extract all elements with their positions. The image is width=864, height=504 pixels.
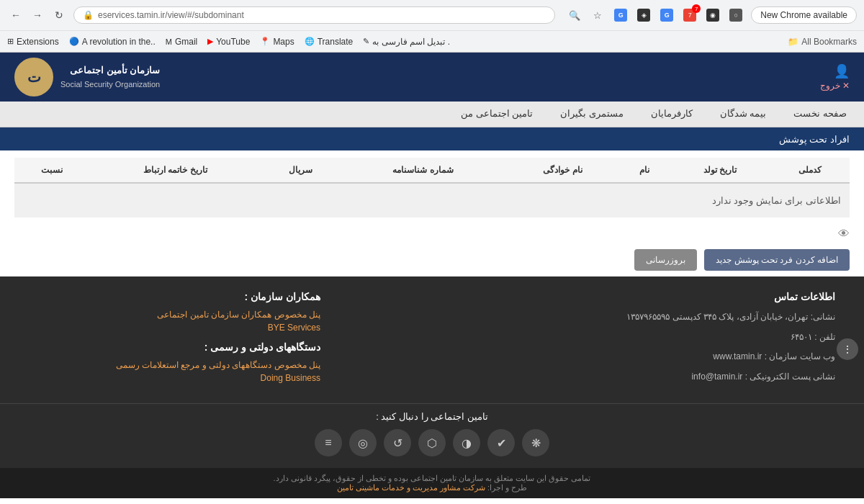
nav-buttons: ← → ↻ xyxy=(7,6,68,24)
social-icon-7[interactable]: ≡ xyxy=(315,429,342,456)
col-id-number: شماره شناسنامه xyxy=(341,158,505,183)
footer-website: وب سایت سازمان : www.tamin.ir xyxy=(349,349,835,365)
extension-icon-blue[interactable]: ◈ xyxy=(634,6,653,24)
bookmark-maps[interactable]: 📍 Maps xyxy=(260,37,294,47)
col-birth-date: تاریخ تولد xyxy=(669,158,771,183)
user-section: 👤 ✕ خروج xyxy=(820,63,850,91)
col-serial: سریال xyxy=(261,158,341,183)
reload-button[interactable]: ↻ xyxy=(50,6,68,24)
copyright-text: تمامی حقوق این سایت متعلق به سازمان تامی… xyxy=(274,474,591,482)
social-icon-4[interactable]: ⬡ xyxy=(418,429,446,456)
footer-partners: همکاران سازمان : پنل مخصوص همکاران سازما… xyxy=(29,291,320,389)
extension-icon-red[interactable]: 7 7 xyxy=(680,6,699,24)
site-header: 👤 ✕ خروج سازمان تأمین اجتماعی Social Sec… xyxy=(0,53,864,102)
back-button[interactable]: ← xyxy=(7,6,24,24)
extension-icon-g[interactable]: G xyxy=(657,6,676,24)
col-name: نام xyxy=(620,158,669,183)
bookmark-label: Translate xyxy=(318,37,354,47)
social-icon-1[interactable]: ❋ xyxy=(522,429,549,456)
nav-item-pensioners[interactable]: مستمری بگیران xyxy=(557,102,626,126)
browser-bookmarks: ⊞ Extensions 🔵 A revolution in the... M … xyxy=(0,30,864,52)
col-national-id: کدملی xyxy=(771,158,850,183)
govt-link-2[interactable]: Doing Business xyxy=(29,373,320,383)
bookmark-label: Maps xyxy=(273,37,294,47)
gmail-icon: M xyxy=(166,37,172,46)
nav-item-employers[interactable]: کارفرمایان xyxy=(648,102,696,126)
data-table: کدملی تاریخ تولد نام نام خوادگی شماره شن… xyxy=(14,158,850,217)
bookmark-label: Extensions xyxy=(17,37,59,47)
social-icon-2[interactable]: ✔ xyxy=(487,429,515,456)
extension-icon-circle[interactable]: ○ xyxy=(726,6,745,24)
refresh-button[interactable]: بروزرسانی xyxy=(634,249,697,271)
site-nav: صفحه نخست بیمه شدگان کارفرمایان مستمری ب… xyxy=(0,102,864,127)
social-icon-3[interactable]: ◑ xyxy=(453,429,480,456)
footer-address: نشانی: تهران، خیابان آزادی، پلاک ۳۴۵ کدپ… xyxy=(349,310,835,325)
bookmark-label: تبدیل اسم فارسی به ...‌ xyxy=(372,37,449,47)
extensions-icon: ⊞ xyxy=(7,37,14,46)
new-chrome-button[interactable]: New Chrome available xyxy=(751,6,857,24)
table-section: کدملی تاریخ تولد نام نام خوادگی شماره شن… xyxy=(0,150,864,225)
bookmark-extensions[interactable]: ⊞ Extensions xyxy=(7,37,59,47)
website: 👤 ✕ خروج سازمان تأمین اجتماعی Social Sec… xyxy=(0,53,864,498)
footer-phone: تلفن : ۶۴۵۰۱ xyxy=(349,330,835,346)
nav-item-home[interactable]: صفحه نخست xyxy=(791,102,850,126)
govt-link-1[interactable]: پنل مخصوص دستگاههای دولتی و مرجع استعلام… xyxy=(29,360,320,370)
org-name-fa: سازمان تأمین اجتماعی xyxy=(60,63,160,78)
nav-item-insured[interactable]: بیمه شدگان xyxy=(717,102,770,126)
no-data-message: اطلاعاتی برای نمایش وجود ندارد xyxy=(14,183,850,217)
maps-icon: 📍 xyxy=(260,37,270,46)
design-link[interactable]: شرکت مشاور مدیریت و خدمات ماشینی تامین xyxy=(337,483,485,492)
col-relation: نسبت xyxy=(14,158,90,183)
no-data-row: اطلاعاتی برای نمایش وجود ندارد xyxy=(14,183,850,217)
browser-chrome: ← → ↻ 🔒 eservices.tamin.ir/view/#/subdom… xyxy=(0,0,864,53)
bookmark-label: Gmail xyxy=(175,37,197,47)
action-row: اضافه کردن فرد تحت پوشش جدید بروزرسانی xyxy=(0,243,864,276)
partner-link-1[interactable]: پنل مخصوص همکاران سازمان تامین اجتماعی xyxy=(29,310,320,320)
social-icon-6[interactable]: ◎ xyxy=(349,429,377,456)
add-dependent-button[interactable]: اضافه کردن فرد تحت پوشش جدید xyxy=(704,249,850,271)
address-bar[interactable]: 🔒 eservices.tamin.ir/view/#/subdominant xyxy=(73,6,555,24)
bookmark-persian[interactable]: ✎ تبدیل اسم فارسی به ...‌ xyxy=(363,37,449,47)
forward-button[interactable]: → xyxy=(29,6,46,24)
floating-dots-menu[interactable]: ⋮ xyxy=(837,338,858,360)
sub-header-title: افراد تحت پوشش xyxy=(779,134,850,145)
visibility-icon[interactable]: 👁 xyxy=(838,228,850,240)
nav-item-mysocial[interactable]: تامین اجتماعی من xyxy=(458,102,536,126)
translate-icon: 🌐 xyxy=(305,37,315,46)
user-avatar-icon: 👤 xyxy=(834,63,850,79)
revolution-icon: 🔵 xyxy=(69,37,79,46)
all-bookmarks[interactable]: 📁 All Bookmarks xyxy=(788,37,857,47)
browser-icons: 🔍 ☆ G ◈ G 7 7 ◉ ○ xyxy=(565,6,745,24)
folder-icon: 📁 xyxy=(788,37,798,47)
govt-title: دستگاههای دولتی و رسمی : xyxy=(29,341,320,353)
partners-title: همکاران سازمان : xyxy=(29,291,320,302)
persian-icon: ✎ xyxy=(363,37,369,46)
partner-link-2[interactable]: BYE Services xyxy=(29,323,320,333)
url-text: eservices.tamin.ir/view/#/subdominant xyxy=(98,10,244,20)
lens-icon[interactable]: 🔍 xyxy=(565,6,584,24)
site-footer: اطلاعات تماس نشانی: تهران، خیابان آزادی،… xyxy=(0,276,864,403)
social-icon-5[interactable]: ↺ xyxy=(384,429,411,456)
translate-icon[interactable]: G xyxy=(611,6,630,24)
logout-button[interactable]: ✕ خروج xyxy=(820,81,850,91)
col-end-date: تاریخ خاتمه ارتباط xyxy=(90,158,261,183)
lock-icon: 🔒 xyxy=(83,10,94,20)
bookmark-label: YouTube xyxy=(216,37,250,47)
footer-social: تامین اجتماعی را دنبال کنید : ❋ ✔ ◑ ⬡ ↺ … xyxy=(0,403,864,468)
eye-row: 👁 xyxy=(0,225,864,243)
extension-icon-dark[interactable]: ◉ xyxy=(703,6,722,24)
bookmark-gmail[interactable]: M Gmail xyxy=(166,37,198,47)
design-label: طرح و اجرا: xyxy=(487,483,527,492)
browser-topbar: ← → ↻ 🔒 eservices.tamin.ir/view/#/subdom… xyxy=(0,0,864,30)
all-bookmarks-label: All Bookmarks xyxy=(801,37,857,47)
col-family-name: نام خوادگی xyxy=(505,158,620,183)
bookmark-translate[interactable]: 🌐 Translate xyxy=(305,37,354,47)
bookmark-label: A revolution in the... xyxy=(82,37,156,47)
logo-text: سازمان تأمین اجتماعی Social Security Org… xyxy=(60,63,160,91)
bookmark-star-icon[interactable]: ☆ xyxy=(588,6,607,24)
bookmark-revolution[interactable]: 🔵 A revolution in the... xyxy=(69,37,156,47)
footer-bottom: تمامی حقوق این سایت متعلق به سازمان تامی… xyxy=(0,468,864,498)
org-logo: ت xyxy=(14,58,53,96)
bookmark-youtube[interactable]: ▶ YouTube xyxy=(207,37,250,47)
sub-header: افراد تحت پوشش xyxy=(0,127,864,150)
